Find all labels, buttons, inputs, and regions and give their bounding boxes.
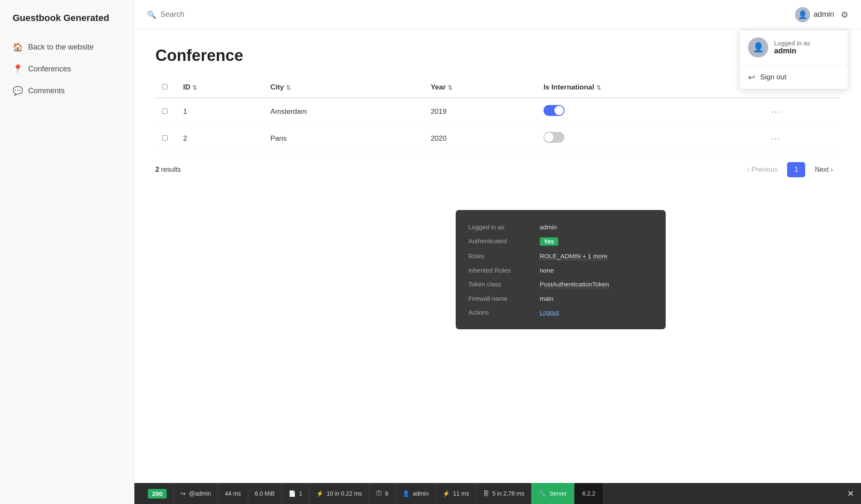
is-international-toggle[interactable] [543,105,564,116]
debug-token-value: PostAuthenticationToken [540,281,609,288]
gear-button[interactable]: ⚙ [841,10,848,20]
row-city: Amsterdam [264,98,424,125]
conference-table: ID ⇅ City ⇅ Year ⇅ Is International ⇅ [155,77,840,152]
redirect-segment: ↪ @admin [174,483,218,504]
debug-roles-value[interactable]: ROLE_ADMIN + 1 more [540,252,607,260]
header: 🔍 👤 admin ⚙ 👤 Logged in as admin ↩ Sign … [134,0,861,29]
debug-logged-in-row: Logged in as admin [468,220,653,234]
debug-inherited-row: Inherited Roles none [468,263,653,277]
debug-inherited-label: Inherited Roles [468,267,536,274]
debug-actions-row: Actions Logout [468,305,653,319]
server-segment: 🔧 Server [531,483,575,504]
debug-firewall-row: Firewall name main [468,291,653,305]
layers-icon: ⚡ [316,490,323,497]
city-sort-icon[interactable]: ⇅ [286,84,291,91]
results-label: results [161,166,181,173]
debug-actions-label: Actions [468,309,536,316]
debug-authenticated-row: Authenticated Yes [468,234,653,249]
row-checkbox[interactable] [162,135,168,141]
debug-logged-in-value: admin [540,223,557,231]
search-input[interactable] [160,10,328,19]
sign-out-button[interactable]: ↩ Sign out [740,66,848,89]
sidebar-item-comments-label: Comments [28,87,65,95]
doc-segment: 📄 1 [282,483,310,504]
admin-button[interactable]: 👤 admin [795,7,834,22]
is-international-sort-icon[interactable]: ⇅ [596,84,601,91]
at-admin-label: @admin [189,490,211,497]
row-city: Paris [264,125,424,152]
row-checkbox[interactable] [162,108,168,114]
time-segment: 44 ms [218,483,248,504]
previous-button[interactable]: ‹ Previous [740,162,785,177]
sign-out-label: Sign out [760,73,786,81]
logged-in-as-label: Logged in as [774,39,810,47]
dropdown-menu: 👤 Logged in as admin ↩ Sign out [739,29,848,89]
row-actions-button[interactable]: ··· [771,106,781,117]
db-info-label: 5 in 2.78 ms [492,490,524,497]
row-year: 2020 [424,125,537,152]
page-header: Conference + Add Conference [155,46,840,65]
debug-roles-row: Roles ROLE_ADMIN + 1 more [468,249,653,263]
dropdown-user-info: Logged in as admin [774,39,810,55]
debug-firewall-label: Firewall name [468,295,536,302]
db-icon: 🗄 [483,490,489,497]
page-title: Conference [155,47,243,65]
avatar: 👤 [795,7,810,22]
debug-logged-in-label: Logged in as [468,223,536,231]
sidebar-title: Guestbook Generated [0,8,134,36]
sidebar-item-comments[interactable]: 💬 Comments [0,80,134,102]
translate-count-label: 8 [385,490,388,497]
row-actions-button[interactable]: ··· [771,133,781,144]
time-label: 44 ms [225,490,241,497]
debug-token-row: Token class PostAuthenticationToken [468,277,653,291]
debug-logout-link[interactable]: Logout [540,309,559,316]
user-label: admin [413,490,429,497]
sidebar-item-conferences[interactable]: 📍 Conferences [0,58,134,80]
bottom-bar: 200 ↪ @admin 44 ms 6.0 MiB 📄 1 ⚡ 10 in 0… [134,483,861,504]
is-international-toggle[interactable] [543,132,564,143]
debug-authenticated-label: Authenticated [468,237,536,246]
next-button[interactable]: Next › [808,162,840,177]
debug-token-label: Token class [468,281,536,288]
city-column-header: City ⇅ [264,77,424,98]
user-icon: 👤 [402,490,410,497]
row-id: 1 [176,98,264,125]
is-international-column-header: Is International ⇅ [537,77,764,98]
sf-version-segment: 6.2.2 [575,483,603,504]
user-segment: 👤 admin [396,483,436,504]
layers-info-label: 10 in 0.22 ms [327,490,362,497]
pagination: ‹ Previous 1 Next › [740,162,840,177]
page-1-button[interactable]: 1 [787,162,805,177]
page-content: Conference + Add Conference ID ⇅ City ⇅ [134,29,861,483]
pagination-row: 2 results ‹ Previous 1 Next › [155,162,840,177]
sf-server-icon: 🔧 [539,490,546,497]
select-all-checkbox[interactable] [162,84,168,89]
redirect-icon: ↪ [181,490,186,497]
id-sort-icon[interactable]: ⇅ [192,84,197,91]
db-segment: 🗄 5 in 2.78 ms [476,483,531,504]
sidebar-item-conferences-label: Conferences [28,65,71,74]
sf-version-label: 6.2.2 [582,490,595,497]
debug-panel: Logged in as admin Authenticated Yes Rol… [456,210,666,329]
debug-inherited-value: none [540,267,554,274]
dropdown-avatar: 👤 [748,37,768,58]
results-count: 2 results [155,166,181,173]
signout-icon: ↩ [748,72,755,82]
pin-icon: 📍 [13,64,23,74]
status-segment: 200 [141,483,174,504]
select-all-header [155,77,176,98]
sidebar-item-back-label: Back to the website [28,43,94,52]
debug-authenticated-badge: Yes [540,237,558,246]
sidebar-item-back[interactable]: 🏠 Back to the website [0,36,134,58]
ping-icon: ⚡ [443,490,450,497]
layers-segment: ⚡ 10 in 0.22 ms [310,483,369,504]
table-row: 2Paris2020··· [155,125,840,152]
memory-segment: 6.0 MiB [248,483,282,504]
main-content: 🔍 👤 admin ⚙ 👤 Logged in as admin ↩ Sign … [134,0,861,504]
home-icon: 🏠 [13,42,23,52]
debug-roles-label: Roles [468,252,536,260]
doc-count-label: 1 [299,490,302,497]
table-row: 1Amsterdam2019··· [155,98,840,125]
year-sort-icon[interactable]: ⇅ [448,84,452,91]
close-button[interactable]: ✕ [847,488,854,499]
